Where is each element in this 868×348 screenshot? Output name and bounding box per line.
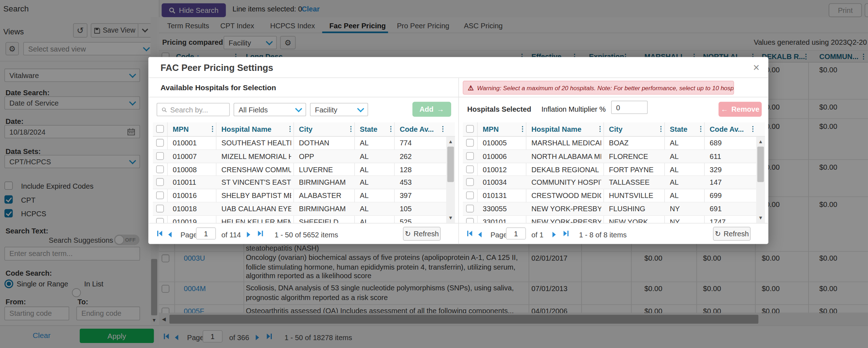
column-menu-icon[interactable]: ⋮ [287,125,294,133]
grid-column-header-name[interactable]: Hospital Name [221,125,271,133]
grid-cell-mpn: 330101 [483,218,524,223]
grid-row[interactable]: 010131CRESTWOOD MEDICA...HUNTSVILLEAL699 [463,189,756,203]
warning-text: Warning: Select a maximum of 20 hospital… [477,84,734,91]
add-hospitals-button[interactable]: Add→ [413,102,451,117]
grid-column-header-mpn[interactable]: MPN [483,125,499,133]
refresh-label: Refresh [724,229,749,238]
row-checkbox[interactable] [466,178,474,186]
grid-row[interactable]: 010019HELEN KELLER MEMO...SHEFFIELDAL525 [153,216,446,223]
hospitals-selected-label: Hospitals Selected [467,105,531,113]
column-menu-icon[interactable]: ⋮ [698,125,704,133]
grid-row[interactable]: 330055NEW YORK-PRESBYTE...FLUSHINGNY691 [463,203,756,216]
page-number-input[interactable] [196,227,216,240]
row-checkbox[interactable] [466,205,474,213]
grid-row[interactable]: 010012DEKALB REGIONAL M...FORT PAYNEAL32… [463,163,756,176]
grid-cell-state: AL [670,192,702,200]
grid-cell-city: ALABASTER [299,192,352,200]
grid-row[interactable]: 010008CRENSHAW COMMUN...LUVERNEAL128 [153,163,446,176]
column-menu-icon[interactable]: ⋮ [387,125,394,133]
grid-column-header-codes[interactable]: Code Av... [400,125,434,133]
column-menu-icon[interactable]: ⋮ [658,125,665,133]
inflation-multiplier-label: Inflation Multiplier % [541,105,606,113]
scroll-up-arrow-icon[interactable]: ▲ [756,138,765,146]
refresh-button[interactable]: ↻Refresh [713,227,751,241]
last-page-button[interactable] [564,231,569,236]
grid-row[interactable]: 010016SHELBY BAPTIST MED...ALABASTERAL39… [153,189,446,203]
grid-column-header-city[interactable]: City [299,125,313,133]
grid-cell-mpn: 010011 [173,178,213,187]
facility-filter-value: Facility [315,105,338,113]
row-checkbox[interactable] [466,139,474,147]
row-checkbox[interactable] [156,152,164,160]
grid-column-header-mpn[interactable]: MPN [173,125,189,133]
facility-filter-select[interactable]: Facility [310,103,368,116]
row-checkbox[interactable] [156,139,164,147]
grid-column-header-state[interactable]: State [360,125,377,133]
grid-row[interactable]: 010006NORTH ALABAMA ME...FLORENCEAL611 [463,150,756,163]
first-page-button[interactable] [157,231,162,236]
previous-page-button[interactable] [168,231,172,239]
column-menu-icon[interactable]: ⋮ [749,125,756,133]
page-label: Page [491,231,507,239]
available-hospitals-panel: Available Hospitals for Selection All Fi… [148,78,458,244]
column-menu-icon[interactable]: ⋮ [597,125,603,133]
select-all-checkbox[interactable] [156,125,164,133]
column-menu-icon[interactable]: ⋮ [519,125,526,133]
grid-column-header-name[interactable]: Hospital Name [531,125,582,133]
row-checkbox[interactable] [156,165,164,173]
row-checkbox[interactable] [156,218,164,223]
row-checkbox[interactable] [156,205,164,213]
page-number-input[interactable] [506,227,526,240]
grid-cell-name: MIZELL MEMORIAL H... [221,152,291,160]
scroll-up-arrow-icon[interactable]: ▲ [446,138,455,146]
column-menu-icon[interactable]: ⋮ [209,125,216,133]
grid-row[interactable]: 010001SOUTHEAST HEALTH ...DOTHANAL774 [153,137,446,150]
grid-row[interactable]: 010018UAB CALLAHAN EYE H...BIRMINGHAMAL1… [153,203,446,216]
chevron-down-icon [357,105,364,112]
all-fields-value: All Fields [238,105,268,113]
previous-page-button[interactable] [478,231,482,239]
last-page-button[interactable] [258,231,263,236]
row-checkbox[interactable] [466,192,474,199]
page-count-text: of 1 [531,231,544,239]
row-checkbox[interactable] [466,165,474,173]
row-checkbox[interactable] [466,152,474,160]
close-icon[interactable]: × [753,62,760,74]
grid-row[interactable]: 010011ST VINCENT'S EASTBIRMINGHAMAL453 [153,176,446,189]
arrow-right-icon: → [437,105,444,113]
grid-cell-name: CRESTWOOD MEDICA... [531,192,601,200]
all-fields-select[interactable]: All Fields [233,103,306,116]
grid-row[interactable]: 330101NEW YORK-PRESBYTE...NEW YORKNY1747 [463,216,756,223]
row-checkbox[interactable] [156,192,164,199]
refresh-button[interactable]: ↻Refresh [403,227,440,241]
grid-row[interactable]: 010007MIZELL MEMORIAL H...OPPAL262 [153,150,446,163]
column-menu-icon[interactable]: ⋮ [439,125,446,133]
grid-cell-city: HUNTSVILLE [609,192,662,200]
grid-row[interactable]: 010034COMMUNITY HOSPIT...TALLASSEEAL147 [463,176,756,189]
remove-hospitals-button[interactable]: ←Remove [719,102,762,117]
grid-scrollbar-thumb[interactable] [757,147,764,182]
inflation-multiplier-input[interactable] [616,103,643,111]
scroll-down-arrow-icon[interactable]: ▼ [446,214,455,222]
grid-cell-name: ST VINCENT'S EAST [221,178,291,187]
grid-cell-state: NY [670,205,702,213]
grid-cell-mpn: 010016 [173,192,213,200]
row-checkbox[interactable] [156,178,164,186]
grid-header-row: MPN⋮Hospital Name⋮City⋮State⋮Code Av...⋮ [463,122,765,137]
next-page-button[interactable] [553,231,556,239]
scroll-down-arrow-icon[interactable]: ▼ [756,214,765,222]
grid-column-header-state[interactable]: State [670,125,688,133]
column-menu-icon[interactable]: ⋮ [348,125,355,133]
refresh-label: Refresh [414,229,439,238]
next-page-button[interactable] [247,231,250,239]
grid-column-header-city[interactable]: City [609,125,622,133]
grid-column-header-codes[interactable]: Code Av... [710,125,744,133]
grid-row[interactable]: 010005MARSHALL MEDICAL ...BOAZAL689 [463,137,756,150]
refresh-icon: ↻ [715,229,721,238]
select-all-checkbox[interactable] [466,125,474,133]
remove-label: Remove [731,105,759,113]
row-checkbox[interactable] [466,218,474,223]
grid-scrollbar-thumb[interactable] [447,147,454,182]
hospital-search-input[interactable] [170,105,225,113]
first-page-button[interactable] [467,231,472,236]
